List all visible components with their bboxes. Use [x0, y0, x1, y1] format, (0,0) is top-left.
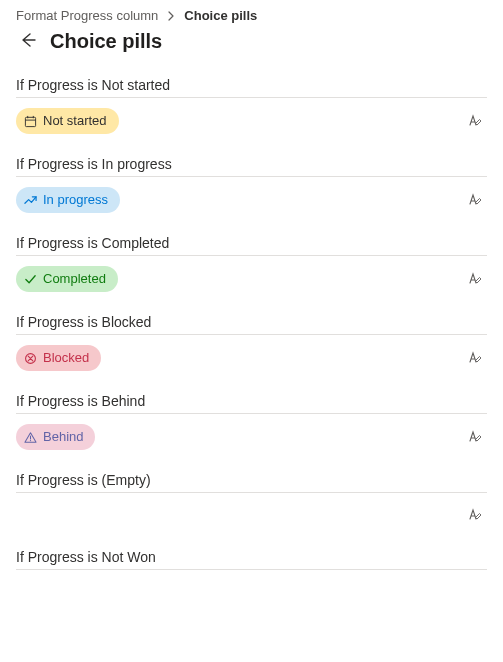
- rule-block: If Progress is Not Won: [16, 535, 487, 570]
- rule-block: If Progress is Not started Not started: [16, 63, 487, 134]
- pill-label: Blocked: [43, 349, 89, 367]
- blocked-icon: [24, 352, 37, 365]
- svg-point-6: [30, 439, 31, 440]
- edit-style-button[interactable]: [463, 109, 487, 133]
- pill-label: In progress: [43, 191, 108, 209]
- check-icon: [24, 273, 37, 286]
- pill-label: Not started: [43, 112, 107, 130]
- arrow-left-icon: [19, 31, 37, 52]
- svg-rect-0: [25, 117, 35, 126]
- breadcrumb: Format Progress column Choice pills: [16, 8, 487, 23]
- font-edit-icon: [467, 271, 483, 287]
- back-button[interactable]: [16, 29, 40, 53]
- divider: [16, 97, 487, 98]
- pill-label: Completed: [43, 270, 106, 288]
- rule-condition-label: If Progress is (Empty): [16, 472, 487, 488]
- font-edit-icon: [467, 192, 483, 208]
- divider: [16, 334, 487, 335]
- divider: [16, 569, 487, 570]
- edit-style-button[interactable]: [463, 188, 487, 212]
- font-edit-icon: [467, 113, 483, 129]
- rule-condition-label: If Progress is Not Won: [16, 549, 487, 565]
- rule-condition-label: If Progress is Blocked: [16, 314, 487, 330]
- divider: [16, 413, 487, 414]
- rule-condition-label: If Progress is In progress: [16, 156, 487, 172]
- choice-pill[interactable]: Not started: [16, 108, 119, 134]
- divider: [16, 492, 487, 493]
- choice-pill[interactable]: Behind: [16, 424, 95, 450]
- warning-icon: [24, 431, 37, 444]
- choice-pill[interactable]: In progress: [16, 187, 120, 213]
- font-edit-icon: [467, 507, 483, 523]
- pill-label: Behind: [43, 428, 83, 446]
- chevron-right-icon: [166, 11, 176, 21]
- rule-block: If Progress is Blocked Blocked: [16, 300, 487, 371]
- page-title: Choice pills: [50, 30, 162, 53]
- edit-style-button[interactable]: [463, 346, 487, 370]
- font-edit-icon: [467, 429, 483, 445]
- edit-style-button[interactable]: [463, 425, 487, 449]
- divider: [16, 176, 487, 177]
- rule-condition-label: If Progress is Completed: [16, 235, 487, 251]
- breadcrumb-current: Choice pills: [184, 8, 257, 23]
- rules-scroll-area[interactable]: If Progress is Not started Not started: [0, 63, 503, 662]
- calendar-icon: [24, 115, 37, 128]
- trend-up-icon: [24, 194, 37, 207]
- choice-pill[interactable]: Blocked: [16, 345, 101, 371]
- rule-condition-label: If Progress is Not started: [16, 77, 487, 93]
- choice-pill[interactable]: Completed: [16, 266, 118, 292]
- rule-block: If Progress is Behind Behind: [16, 379, 487, 450]
- rule-block: If Progress is In progress In progress: [16, 142, 487, 213]
- breadcrumb-parent[interactable]: Format Progress column: [16, 8, 158, 23]
- font-edit-icon: [467, 350, 483, 366]
- divider: [16, 255, 487, 256]
- edit-style-button[interactable]: [463, 267, 487, 291]
- rule-block: If Progress is Completed Completed: [16, 221, 487, 292]
- rule-block: If Progress is (Empty): [16, 458, 487, 527]
- edit-style-button[interactable]: [463, 503, 487, 527]
- rule-condition-label: If Progress is Behind: [16, 393, 487, 409]
